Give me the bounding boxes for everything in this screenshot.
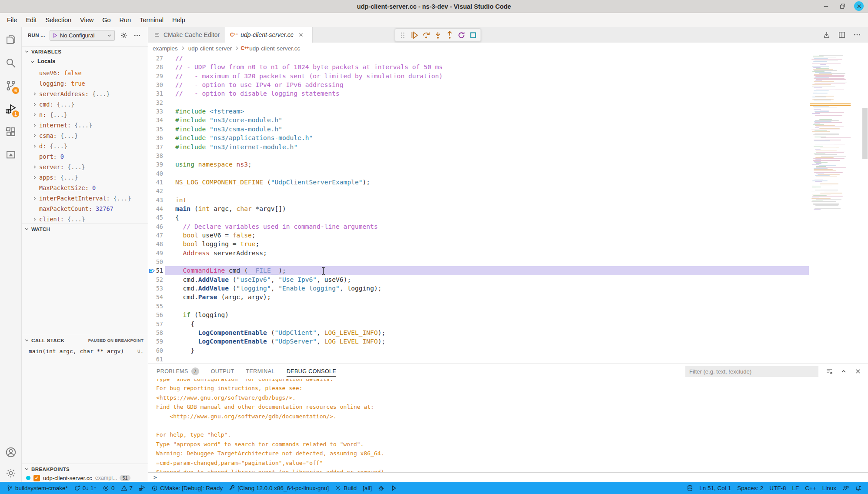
status-item-debug[interactable] — [136, 482, 148, 494]
line-number[interactable]: 47 — [148, 231, 163, 240]
code-line[interactable]: LogComponentEnable ("UdpServer", LOG_LEV… — [175, 337, 809, 346]
status-item-lf[interactable]: LF — [789, 482, 802, 494]
line-number[interactable]: 58 — [148, 328, 163, 337]
code-line[interactable] — [175, 169, 809, 178]
stack-frame-row[interactable]: main(int argc, char ** argv) u. — [22, 346, 148, 356]
line-number[interactable]: 28 — [148, 63, 163, 71]
line-number[interactable]: 52 — [148, 275, 163, 284]
variable-row[interactable]: interPacketInterval: {...} — [22, 193, 148, 204]
code-line[interactable]: #include <fstream> — [175, 107, 809, 116]
status-item-buildsystem-cmake[interactable]: buildsystem-cmake* — [3, 482, 71, 494]
status-item-spaces-2[interactable]: Spaces: 2 — [734, 482, 766, 494]
code-line[interactable]: #include "ns3/internet-module.h" — [175, 143, 809, 151]
more-actions-icon[interactable] — [134, 32, 141, 39]
status-item-all[interactable]: [all] — [360, 482, 375, 494]
code-line[interactable]: // — [175, 54, 809, 63]
line-number[interactable]: 39 — [148, 160, 163, 169]
menu-terminal[interactable]: Terminal — [135, 13, 168, 27]
line-number[interactable]: 29 — [148, 72, 163, 80]
debug-console-input[interactable]: > — [148, 472, 868, 482]
variables-section-header[interactable]: VARIABLES — [22, 46, 148, 57]
status-item-bell-dot[interactable] — [852, 482, 865, 494]
step-into-button[interactable] — [433, 30, 443, 40]
tab-output[interactable]: OUTPUT — [211, 364, 234, 379]
status-item-play[interactable] — [387, 482, 400, 494]
status-item-build[interactable]: Build — [332, 482, 360, 494]
menu-go[interactable]: Go — [98, 13, 115, 27]
menu-view[interactable]: View — [76, 13, 98, 27]
variable-row[interactable]: server: {...} — [22, 162, 148, 172]
close-button[interactable] — [854, 1, 864, 11]
line-number[interactable]: 50 — [148, 257, 163, 266]
menu-run[interactable]: Run — [115, 13, 136, 27]
more-actions-icon[interactable] — [853, 31, 861, 39]
minimap[interactable] — [810, 54, 851, 364]
code-line[interactable]: using namespace ns3; — [175, 160, 809, 169]
code-line[interactable]: NS_LOG_COMPONENT_DEFINE ("UdpClientServe… — [175, 178, 809, 187]
line-number[interactable]: 54 — [148, 293, 163, 301]
restore-button[interactable] — [838, 1, 847, 11]
breakpoint-row[interactable]: ✓ udp-client-server.cc exampl... 51 — [22, 474, 148, 482]
status-item-0-1[interactable]: 0↓ 1↑ — [71, 482, 100, 494]
line-number[interactable]: 42 — [148, 187, 163, 195]
line-number[interactable]: 27 — [148, 54, 163, 63]
code-line[interactable]: { — [175, 213, 809, 222]
code-line[interactable]: bool logging = true; — [175, 240, 809, 248]
code-line[interactable] — [175, 151, 809, 160]
code-line[interactable] — [175, 98, 809, 107]
clear-console-icon[interactable] — [826, 368, 833, 375]
debug-settings-gear-icon[interactable] — [120, 32, 127, 39]
step-out-button[interactable] — [444, 30, 455, 40]
sidebar-item-search[interactable] — [0, 53, 22, 73]
status-item-utf-8[interactable]: UTF-8 — [766, 482, 789, 494]
watch-section-header[interactable]: WATCH — [22, 224, 148, 234]
line-number[interactable]: 57 — [148, 320, 163, 328]
code-line[interactable]: CommandLine cmd (__FILE__); — [175, 266, 809, 275]
code-line[interactable]: int — [175, 196, 809, 204]
status-item-bug[interactable] — [375, 482, 387, 494]
code-line[interactable]: if (logging) — [175, 310, 809, 319]
code-line[interactable]: } — [175, 346, 809, 355]
code-line[interactable]: // - maximum of 320 packets sent (or lim… — [175, 72, 809, 80]
breadcrumb-item[interactable]: udp-client-server — [187, 45, 233, 52]
close-panel-icon[interactable] — [855, 368, 861, 375]
code-line[interactable]: // - UDP flow from n0 to n1 of 1024 byte… — [175, 63, 809, 71]
code-line[interactable]: { — [175, 320, 809, 328]
variable-row[interactable]: client: {...} — [22, 214, 148, 224]
code-line[interactable]: // - option to disable logging statement… — [175, 89, 809, 98]
tab-debug-console[interactable]: DEBUG CONSOLE — [287, 364, 336, 379]
line-number[interactable]: 46 — [148, 222, 163, 231]
breadcrumb-item[interactable]: examples — [152, 45, 179, 52]
breakpoint-checkbox[interactable]: ✓ — [33, 475, 40, 481]
line-number[interactable]: 56 — [148, 310, 163, 319]
variable-row[interactable]: maxPacketCount: 32767 — [22, 204, 148, 214]
status-item-cmake-debug-ready[interactable]: CMake: [Debug]: Ready — [148, 482, 226, 494]
breakpoints-section-header[interactable]: BREAKPOINTS — [22, 464, 148, 474]
call-stack-section-header[interactable]: CALL STACK PAUSED ON BREAKPOINT — [22, 335, 148, 345]
line-number[interactable]: 37 — [148, 143, 163, 151]
tab-udp-client-server[interactable]: C++ udp-client-server.cc — [225, 27, 313, 43]
code-line[interactable]: main (int argc, char *argv[]) — [175, 204, 809, 213]
line-number[interactable]: 48 — [148, 240, 163, 248]
variable-row[interactable]: useV6: false — [22, 68, 148, 78]
line-number[interactable]: 55 — [148, 302, 163, 310]
menu-selection[interactable]: Selection — [41, 13, 76, 27]
line-number[interactable]: 32 — [148, 98, 163, 107]
menu-edit[interactable]: Edit — [21, 13, 41, 27]
status-item-linux[interactable]: Linux — [819, 482, 839, 494]
code-line[interactable]: #include "ns3/csma-module.h" — [175, 125, 809, 134]
line-number[interactable]: 34 — [148, 116, 163, 124]
code-editor[interactable]: 27//28// - UDP flow from n0 to n1 of 102… — [148, 54, 868, 364]
code-line[interactable] — [175, 302, 809, 310]
code-line[interactable]: // Declare variables used in command-lin… — [175, 222, 809, 231]
line-number[interactable]: 38 — [148, 151, 163, 160]
tab-problems[interactable]: PROBLEMS 7 — [157, 364, 199, 379]
code-line[interactable]: cmd.AddValue ("logging", "Enable logging… — [175, 284, 809, 293]
debug-config-dropdown[interactable]: No Configural — [50, 30, 115, 41]
close-tab-icon[interactable] — [298, 32, 304, 38]
sidebar-item-gear[interactable] — [0, 463, 22, 484]
line-number[interactable]: 41 — [148, 178, 163, 187]
download-icon[interactable] — [823, 31, 831, 39]
line-number[interactable]: 60 — [148, 346, 163, 355]
variable-row[interactable]: serverAddress: {...} — [22, 89, 148, 99]
